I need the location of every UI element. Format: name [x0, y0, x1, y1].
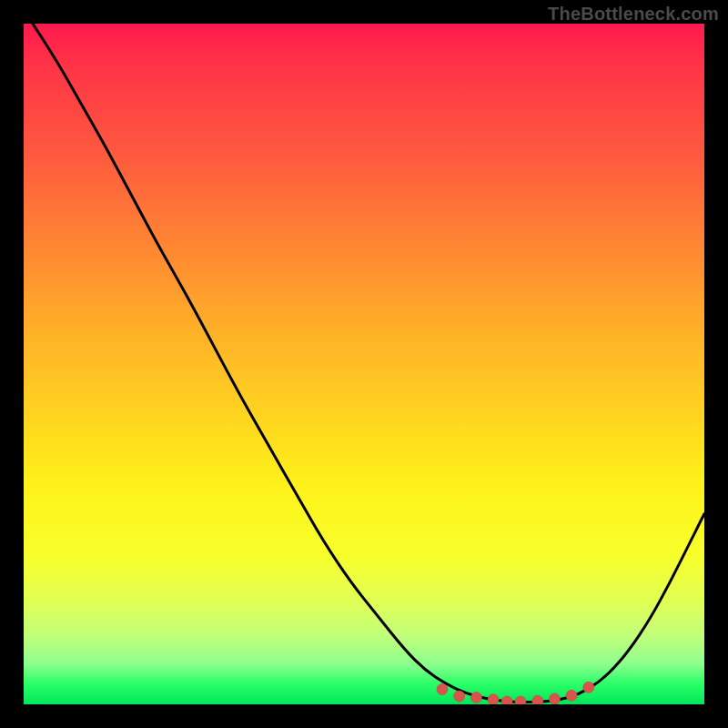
marker-dot [488, 694, 499, 704]
marker-dot [566, 690, 577, 701]
curve-svg [24, 24, 704, 704]
plot-area [24, 24, 704, 704]
chart-frame: TheBottleneck.com [0, 0, 728, 728]
marker-dot [583, 682, 594, 693]
marker-dot [470, 693, 481, 703]
marker-dot [437, 684, 448, 695]
marker-dot [515, 696, 526, 704]
marker-cluster [437, 682, 594, 704]
marker-dot [532, 695, 543, 704]
marker-dot [501, 696, 512, 704]
watermark-text: TheBottleneck.com [548, 4, 719, 25]
bottleneck-curve [24, 24, 704, 703]
marker-dot [549, 693, 560, 704]
marker-dot [454, 691, 465, 702]
